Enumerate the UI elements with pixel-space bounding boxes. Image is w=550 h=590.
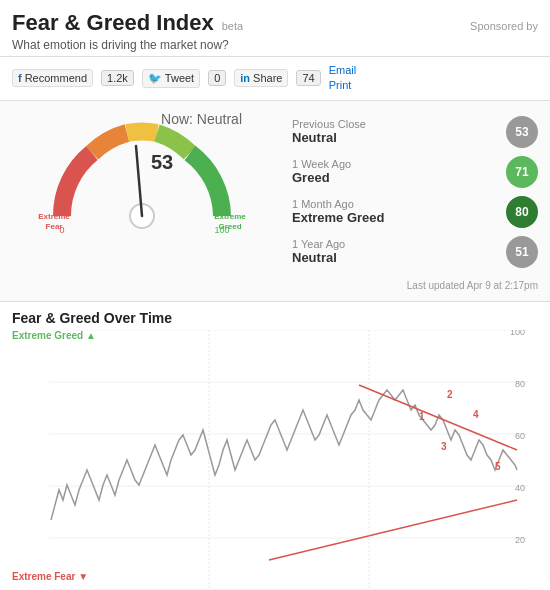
svg-text:80: 80 bbox=[515, 379, 525, 389]
page-title: Fear & Greed Index bbox=[12, 10, 214, 36]
period-label-0: Previous Close bbox=[292, 118, 366, 130]
header: Fear & Greed Index beta Sponsored by Wha… bbox=[0, 0, 550, 57]
beta-label: beta bbox=[222, 20, 243, 32]
svg-line-21 bbox=[359, 385, 517, 450]
period-label-3: 1 Year Ago bbox=[292, 238, 345, 250]
status-value-3: Neutral bbox=[292, 250, 345, 265]
status-value-1: Greed bbox=[292, 170, 351, 185]
badge-2: 80 bbox=[506, 196, 538, 228]
svg-text:100: 100 bbox=[510, 330, 525, 337]
last-updated: Last updated Apr 9 at 2:17pm bbox=[292, 280, 538, 291]
svg-text:53: 53 bbox=[151, 151, 173, 173]
badge-0: 53 bbox=[506, 116, 538, 148]
svg-text:3: 3 bbox=[441, 441, 447, 452]
now-label: Now: bbox=[161, 111, 193, 127]
svg-text:60: 60 bbox=[515, 431, 525, 441]
chart-title: Fear & Greed Over Time bbox=[12, 310, 538, 326]
gauge-row-month-ago: 1 Month Ago Extreme Greed 80 bbox=[292, 196, 538, 228]
status-value-2: Extreme Greed bbox=[292, 210, 385, 225]
svg-text:2: 2 bbox=[447, 389, 453, 400]
print-link[interactable]: Print bbox=[329, 78, 357, 93]
gauge-right: Previous Close Neutral 53 1 Week Ago Gre… bbox=[292, 111, 538, 291]
gauge-row-year-ago: 1 Year Ago Neutral 51 bbox=[292, 236, 538, 268]
tweet-count: 0 bbox=[208, 70, 226, 86]
period-label-2: 1 Month Ago bbox=[292, 198, 385, 210]
share-label: Share bbox=[253, 72, 282, 84]
subtitle: What emotion is driving the market now? bbox=[12, 38, 538, 52]
title-group: Fear & Greed Index beta bbox=[12, 10, 243, 36]
facebook-icon: f bbox=[18, 72, 22, 84]
gauge-now: Now: Neutral bbox=[161, 111, 242, 127]
email-link[interactable]: Email bbox=[329, 63, 357, 78]
gauge-graphic: 0 100 Extreme Fear Extreme Greed 53 bbox=[32, 111, 252, 241]
badge-3: 51 bbox=[506, 236, 538, 268]
recommend-label: Recommend bbox=[25, 72, 87, 84]
svg-text:Fear: Fear bbox=[46, 222, 63, 231]
chart-svg: 100 80 60 40 20 1 2 3 4 5 bbox=[40, 330, 538, 590]
svg-text:Extreme: Extreme bbox=[38, 212, 70, 221]
tweet-label: Tweet bbox=[165, 72, 194, 84]
sponsored-label: Sponsored by bbox=[470, 20, 538, 32]
gauge-row-week-ago: 1 Week Ago Greed 71 bbox=[292, 156, 538, 188]
facebook-recommend-button[interactable]: f Recommend bbox=[12, 69, 93, 87]
svg-text:1: 1 bbox=[419, 411, 425, 422]
social-bar: f Recommend 1.2k 🐦 Tweet 0 in Share 74 E… bbox=[0, 57, 550, 101]
gauge-left: Now: Neutral 0 100 bbox=[12, 111, 272, 291]
current-status: Neutral bbox=[197, 111, 242, 127]
svg-text:4: 4 bbox=[473, 409, 479, 420]
svg-text:40: 40 bbox=[515, 483, 525, 493]
status-value-0: Neutral bbox=[292, 130, 366, 145]
svg-text:20: 20 bbox=[515, 535, 525, 545]
svg-text:5: 5 bbox=[495, 461, 501, 472]
gauge-section: Now: Neutral 0 100 bbox=[0, 101, 550, 302]
svg-text:Greed: Greed bbox=[218, 222, 241, 231]
email-print-group: Email Print bbox=[329, 63, 357, 94]
share-count: 74 bbox=[296, 70, 320, 86]
badge-1: 71 bbox=[506, 156, 538, 188]
gauge-row-previous-close: Previous Close Neutral 53 bbox=[292, 116, 538, 148]
twitter-tweet-button[interactable]: 🐦 Tweet bbox=[142, 69, 200, 88]
linkedin-icon: in bbox=[240, 72, 250, 84]
chart-section: Fear & Greed Over Time Extreme Greed ▲ E… bbox=[0, 302, 550, 590]
svg-line-20 bbox=[269, 500, 517, 560]
recommend-count: 1.2k bbox=[101, 70, 134, 86]
svg-text:Extreme: Extreme bbox=[214, 212, 246, 221]
twitter-icon: 🐦 bbox=[148, 72, 162, 85]
linkedin-share-button[interactable]: in Share bbox=[234, 69, 288, 87]
period-label-1: 1 Week Ago bbox=[292, 158, 351, 170]
